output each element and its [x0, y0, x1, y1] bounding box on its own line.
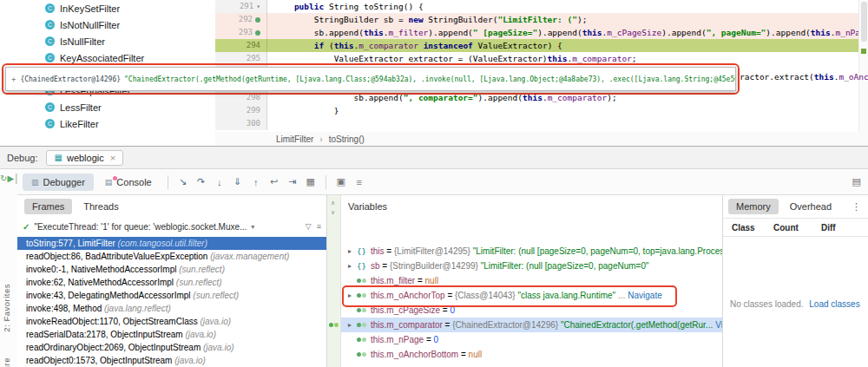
step-out-icon[interactable]: ↑ — [248, 177, 264, 187]
variable-value-string: "class java.lang.Runtime" — [517, 291, 615, 300]
frame-row[interactable]: invoke:498, Method (java.lang.reflect) — [17, 302, 326, 315]
code-token: ); — [577, 15, 587, 24]
code-token: this — [811, 28, 831, 37]
variable-value-null: null — [425, 276, 439, 285]
run-to-cursor-icon[interactable]: ⇥ — [285, 176, 300, 187]
tree-item[interactable]: CIsNotNullFilter — [16, 16, 215, 33]
variable-row[interactable]: ▸this.m_oAnchorTop = {Class@14043} "clas… — [341, 288, 722, 303]
chevron-up-icon[interactable]: ∧ — [331, 200, 335, 206]
memory-panel: Memory Overhead ⋮ ClassCountDiff No clas… — [723, 195, 868, 367]
evaluate-expression-icon[interactable]: ▦ — [303, 176, 319, 187]
variable-name: sb — [371, 261, 380, 271]
gutter-line-number[interactable]: 300 — [215, 117, 267, 130]
equals-sign: = — [385, 246, 394, 256]
show-execution-point-icon[interactable]: ↘ — [175, 176, 191, 187]
filter-icon[interactable]: ▽ — [306, 222, 312, 231]
editor-region: CInKeySetFilterCIsNotNullFilterCIsNullFi… — [0, 0, 868, 146]
drop-frame-icon[interactable]: ↩ — [266, 176, 282, 187]
frame-location: readObject0:1573, ObjectInputStream — [26, 356, 174, 365]
execution-line-mark[interactable] — [861, 49, 866, 54]
variable-row[interactable]: this.m_nPage = 0 — [341, 332, 722, 347]
step-over-icon[interactable]: ↷ — [194, 176, 209, 187]
toolwindow-button-structure[interactable]: Structure — [2, 357, 16, 367]
frame-row[interactable]: invokeReadObject:1170, ObjectStreamClass… — [17, 315, 326, 328]
breadcrumb-method[interactable]: toString() — [329, 134, 365, 144]
variable-row[interactable]: ▸{}this = {LimitFilter@14295} "LimitFilt… — [341, 244, 722, 259]
expand-chevron-icon[interactable]: ▸ — [346, 321, 353, 329]
variable-row[interactable]: this.m_cPageSize = 0 — [341, 303, 722, 318]
resume-icon[interactable]: ▶ — [7, 174, 14, 183]
variable-value-string: "LimitFilter: (null [pageSize=0, pageNum… — [481, 261, 649, 271]
tree-item[interactable]: CInKeySetFilter — [16, 0, 215, 16]
debug-toolbar: ▥ Debugger ▤ Console ↘↷↓⇓↑↩⇥▦▣≡ ▤ — [17, 169, 868, 195]
memory-column-class[interactable]: Class — [732, 223, 773, 233]
fold-arrow-icon[interactable]: ▾ — [256, 0, 260, 13]
frame-row[interactable]: invoke:62, NativeMethodAccessorImpl (sun… — [17, 276, 326, 289]
breadcrumb-class[interactable]: LimitFilter — [276, 134, 313, 144]
gutter-line-number[interactable]: 293 — [215, 26, 267, 39]
code-token: m_comparator — [572, 54, 632, 63]
variable-text: this.m_nPage = 0 — [371, 335, 438, 344]
expand-chevron-icon[interactable]: ▸ — [346, 262, 353, 270]
gutter-line-number[interactable]: 291▾ — [215, 0, 267, 13]
object-icon: {} — [357, 247, 367, 256]
frame-row[interactable]: toString:577, LimitFilter (com.tangosol.… — [17, 237, 326, 250]
frame-row[interactable]: invoke0:-1, NativeMethodAccessorImpl (su… — [17, 263, 326, 276]
expand-plus-icon[interactable]: + — [11, 75, 16, 83]
editor-scrollbar[interactable] — [858, 0, 868, 132]
code-text: StringBuilder sb = new StringBuilder("Li… — [267, 13, 859, 26]
field-icon — [357, 293, 367, 298]
variable-ref: {StringBuilder@14299} — [390, 261, 481, 271]
load-classes-link[interactable]: Load classes — [809, 299, 859, 309]
equals-sign: = — [458, 350, 468, 359]
memory-empty-state: No classes loaded. Load classes — [730, 299, 860, 309]
gutter-line-number[interactable]: 294 — [215, 39, 267, 52]
code-token: m_comparator — [358, 41, 418, 50]
expand-chevron-icon[interactable]: ▸ — [346, 247, 353, 255]
memory-column-diff[interactable]: Diff — [821, 223, 868, 233]
tree-item[interactable]: CLikeFilter — [16, 115, 215, 132]
variable-row[interactable]: ▸{}sb = {StringBuilder@14299} "LimitFilt… — [341, 259, 722, 273]
frame-row[interactable]: readObject:86, BadAttributeValueExpExcep… — [17, 250, 326, 263]
console-notification-dot — [113, 176, 117, 180]
chevron-down-icon[interactable]: ∨ — [331, 209, 335, 216]
variable-row[interactable]: this.m_filter = null — [341, 273, 722, 288]
frame-package: (java.io) — [174, 356, 206, 365]
step-into-icon[interactable]: ↓ — [212, 177, 227, 187]
tab-memory[interactable]: Memory — [728, 199, 779, 214]
variable-row[interactable]: this.m_oAnchorBottom = null — [341, 347, 722, 362]
view-options-icon[interactable]: ≡ — [352, 177, 367, 187]
scrollbar-thumb[interactable] — [861, 2, 867, 42]
frame-row[interactable]: readOrdinaryObject:2069, ObjectInputStre… — [17, 341, 326, 354]
toolwindow-button-favorites[interactable]: 2: Favorites — [2, 284, 16, 332]
tree-item[interactable]: CIsNullFilter — [16, 33, 215, 49]
tab-debugger[interactable]: ▥ Debugger — [23, 174, 94, 191]
tab-threads[interactable]: Threads — [76, 199, 126, 214]
gutter-line-number[interactable]: 299 — [215, 104, 267, 117]
navigate-link[interactable]: Navigate — [628, 291, 661, 300]
variables-list: ▸{}this = {LimitFilter@14295} "LimitFilt… — [341, 244, 722, 362]
expand-chevron-icon[interactable]: ▸ — [346, 292, 353, 299]
memory-column-count[interactable]: Count — [773, 223, 821, 233]
close-icon[interactable]: × — [110, 153, 115, 163]
force-step-into-icon[interactable]: ⇓ — [230, 176, 246, 187]
frame-row[interactable]: readSerialData:2178, ObjectInputStream (… — [17, 328, 326, 341]
thread-selector[interactable]: ✓ "ExecuteThread: '1' for queue: 'weblog… — [17, 218, 326, 235]
frame-location: invoke0:-1, NativeMethodAccessorImpl — [26, 265, 179, 274]
variable-row[interactable]: ▸this.m_comparator = {ChainedExtractor@1… — [341, 318, 722, 332]
view-menu-icon[interactable]: ≡ — [317, 222, 321, 231]
thread-dump-icon[interactable]: ▣ — [333, 176, 349, 187]
tab-overhead[interactable]: Overhead — [782, 199, 839, 214]
view-link[interactable]: View — [715, 320, 722, 330]
layout-settings-icon[interactable]: ▤ — [852, 176, 861, 187]
tab-frames[interactable]: Frames — [24, 199, 72, 214]
kebab-menu-icon[interactable]: ⋮ — [852, 201, 868, 213]
frame-row[interactable]: readObject0:1573, ObjectInputStream (jav… — [17, 354, 326, 367]
gutter-line-number[interactable]: 292 — [215, 13, 267, 26]
code-text: if (this.m_comparator instanceof ValueEx… — [267, 39, 859, 52]
tab-console[interactable]: ▤ Console — [96, 174, 161, 191]
code-token: m_nPage — [835, 28, 859, 37]
tree-item[interactable]: CLessFilter — [16, 99, 215, 115]
debug-session-tab[interactable]: ▦ weblogic × — [46, 150, 123, 166]
frame-row[interactable]: invoke:43, DelegatingMethodAccessorImpl … — [17, 289, 326, 302]
